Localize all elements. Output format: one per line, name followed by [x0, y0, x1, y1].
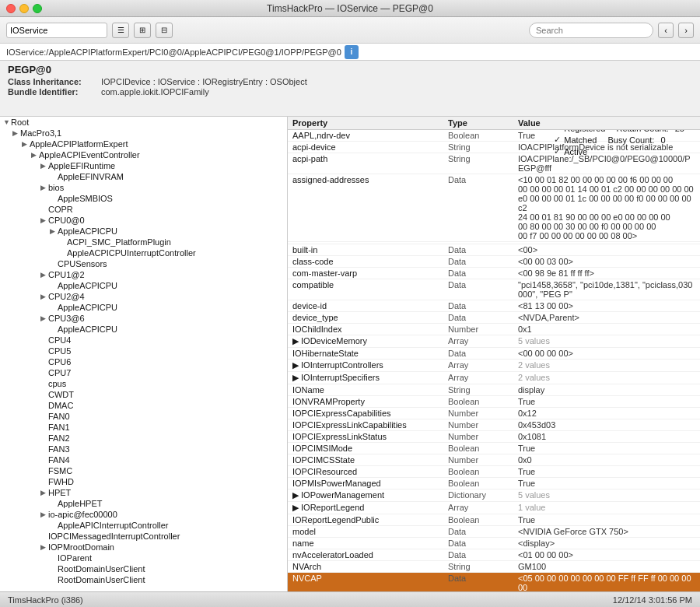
property-row[interactable]: IOChildIndexNumber0x1: [288, 324, 700, 335]
property-row[interactable]: IOPMIsPowerManagedBooleanTrue: [288, 478, 700, 489]
tree-item-triangle[interactable]: [50, 227, 58, 235]
maximize-button[interactable]: [33, 4, 42, 13]
property-row[interactable]: class-codeData<00 00 03 00>: [288, 256, 700, 268]
tree-item-triangle[interactable]: [40, 543, 48, 551]
property-row[interactable]: IOPCIMSIModeBooleanTrue: [288, 443, 700, 454]
property-row[interactable]: ▶ IODeviceMemoryArray5 values: [288, 335, 700, 348]
property-row[interactable]: com-master-varpData<00 98 9e 81 ff ff ff…: [288, 268, 700, 279]
tree-item[interactable]: AppleACPICPU: [0, 226, 287, 237]
tree-item-triangle[interactable]: [40, 162, 48, 170]
view-list-button[interactable]: ☰: [112, 23, 129, 38]
tree-item-triangle[interactable]: [40, 511, 48, 518]
tree-item[interactable]: FAN2: [0, 433, 287, 444]
tree-item[interactable]: CPU0@0: [0, 215, 287, 226]
tree-item[interactable]: AppleEFINVRAM: [0, 171, 287, 182]
prop-name: acpi-device: [292, 142, 448, 152]
tree-item[interactable]: CWDT: [0, 389, 287, 400]
tree-item[interactable]: RootDomainUserClient: [0, 574, 287, 585]
property-row[interactable]: IOReportLegendPublicBooleanTrue: [288, 514, 700, 526]
tree-item[interactable]: IOPMrootDomain: [0, 542, 287, 553]
property-row[interactable]: IOHibernateStateData<00 00 00 00>: [288, 348, 700, 360]
tree-item[interactable]: RootDomainUserClient: [0, 563, 287, 574]
tree-item[interactable]: AppleSMBIOS: [0, 193, 287, 204]
tree-item[interactable]: AppleACPICPU: [0, 302, 287, 313]
property-row[interactable]: built-inData<00>: [288, 244, 700, 256]
tree-item[interactable]: FAN1: [0, 422, 287, 433]
tree-item[interactable]: AppleEFIRuntime: [0, 160, 287, 171]
property-row[interactable]: NVCAPData<05 00 00 00 00 00 00 00 FF ff …: [288, 573, 700, 591]
tree-item-triangle[interactable]: [31, 151, 39, 159]
tree-item[interactable]: ACPI_SMC_PlatformPlugin: [0, 237, 287, 247]
tree-item-label: IOPCIMessagedInterruptController: [48, 532, 180, 541]
tree-item[interactable]: CPU5: [0, 346, 287, 356]
property-row[interactable]: nvAcceleratorLoadedData<01 00 00 00>: [288, 549, 700, 561]
property-panel[interactable]: Property Type Value AAPL,ndrv-devBoolean…: [288, 117, 700, 591]
tree-item-triangle[interactable]: [40, 271, 48, 279]
tree-item-triangle[interactable]: [22, 140, 30, 148]
tree-item[interactable]: AppleACPIPlatformExpert: [0, 139, 287, 149]
property-row[interactable]: ▶ IOInterruptControllersArray2 values: [288, 360, 700, 372]
property-row[interactable]: IOPCIResourcedBooleanTrue: [288, 466, 700, 478]
property-row[interactable]: ▶ IOInterruptSpecifiersArray2 values: [288, 372, 700, 384]
tree-item[interactable]: AppleACPICPU: [0, 280, 287, 291]
tree-item[interactable]: COPR: [0, 204, 287, 215]
tree-item[interactable]: AppleAPICInterruptController: [0, 520, 287, 531]
tree-item-triangle[interactable]: [40, 216, 48, 224]
view-detail-button[interactable]: ⊞: [134, 23, 151, 38]
tree-item[interactable]: IOPCIMessagedInterruptController: [0, 531, 287, 542]
property-row[interactable]: ▶ IOReportLegendArray1 value: [288, 502, 700, 514]
tree-root-triangle[interactable]: [3, 118, 11, 126]
tree-item[interactable]: io-apic@fec00000: [0, 509, 287, 520]
tree-item[interactable]: CPU6: [0, 356, 287, 367]
tree-item[interactable]: cpus: [0, 378, 287, 389]
tree-item[interactable]: DMAC: [0, 400, 287, 411]
nav-forward-button[interactable]: ›: [678, 23, 694, 38]
tree-item[interactable]: AppleHPET: [0, 498, 287, 509]
tree-item[interactable]: IOParent: [0, 553, 287, 563]
search-input[interactable]: [529, 23, 653, 38]
tree-panel[interactable]: Root MacPro3,1AppleACPIPlatformExpertApp…: [0, 117, 288, 591]
property-row[interactable]: IOPCIExpressCapabilitiesNumber0x12: [288, 408, 700, 419]
tree-item[interactable]: FAN0: [0, 411, 287, 422]
tree-item-triangle[interactable]: [40, 293, 48, 300]
property-row[interactable]: IONVRAMPropertyBooleanTrue: [288, 396, 700, 408]
tree-item[interactable]: CPUSensors: [0, 258, 287, 269]
property-row[interactable]: IOPCIMCSStateNumber0x0: [288, 454, 700, 466]
tree-item[interactable]: AppleACPICPUInterruptController: [0, 247, 287, 258]
tree-item[interactable]: CPU4: [0, 335, 287, 346]
tree-item[interactable]: CPU3@6: [0, 313, 287, 324]
tree-item[interactable]: MacPro3,1: [0, 128, 287, 139]
close-button[interactable]: [6, 4, 16, 13]
minimize-button[interactable]: [19, 4, 29, 13]
tree-item-triangle[interactable]: [40, 314, 48, 322]
tree-root[interactable]: Root: [0, 117, 287, 128]
property-row[interactable]: compatibleData"pci1458,3658", "pci10de,1…: [288, 279, 700, 300]
tree-item[interactable]: CPU7: [0, 367, 287, 378]
tree-item[interactable]: AppleACPIEventController: [0, 149, 287, 160]
tree-item[interactable]: AppleACPICPU: [0, 324, 287, 335]
tree-item[interactable]: CPU2@4: [0, 291, 287, 302]
property-row[interactable]: device_typeData<NVDA,Parent>: [288, 312, 700, 324]
property-row[interactable]: device-idData<81 13 00 00>: [288, 300, 700, 312]
tree-item-triangle[interactable]: [40, 184, 48, 191]
property-row[interactable]: nameData<display>: [288, 538, 700, 549]
filter-input[interactable]: [6, 23, 107, 38]
view-split-button[interactable]: ⊟: [156, 23, 173, 38]
property-row[interactable]: IOPCIExpressLinkStatusNumber0x1081: [288, 431, 700, 443]
property-row[interactable]: IOPCIExpressLinkCapabilitiesNumber0x453d…: [288, 419, 700, 431]
tree-item[interactable]: bios: [0, 182, 287, 193]
tree-item[interactable]: FAN4: [0, 454, 287, 465]
tree-item[interactable]: FSMC: [0, 465, 287, 476]
property-row[interactable]: IONameStringdisplay: [288, 384, 700, 396]
tree-item[interactable]: HPET: [0, 487, 287, 498]
tree-item-triangle[interactable]: [40, 489, 48, 496]
property-row[interactable]: assigned-addressesData<10 00 01 82 00 00…: [288, 174, 700, 242]
tree-item[interactable]: CPU1@2: [0, 269, 287, 280]
tree-item-triangle[interactable]: [12, 129, 20, 137]
property-row[interactable]: ▶ IOPowerManagementDictionary5 values: [288, 489, 700, 502]
nav-back-button[interactable]: ‹: [658, 23, 674, 38]
property-row[interactable]: modelData<NVIDIA GeForce GTX 750>: [288, 526, 700, 538]
tree-item[interactable]: FAN3: [0, 444, 287, 454]
tree-item[interactable]: FWHD: [0, 476, 287, 487]
property-row[interactable]: NVArchStringGM100: [288, 561, 700, 573]
